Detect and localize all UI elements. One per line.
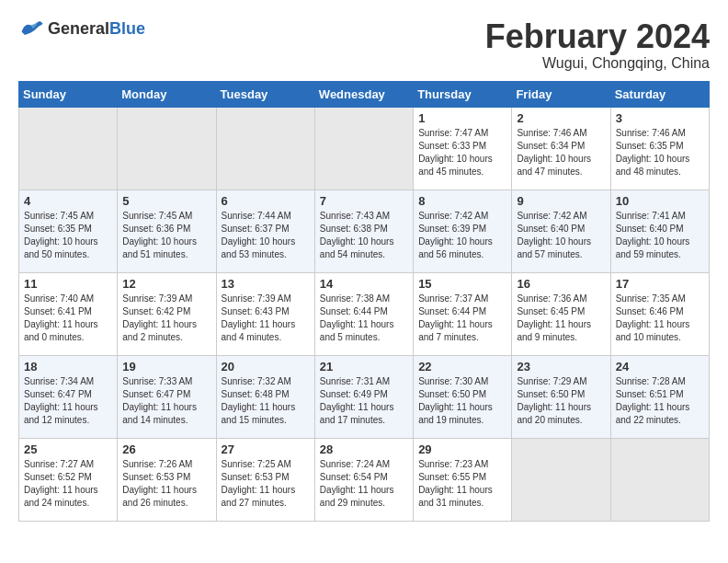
calendar-cell bbox=[216, 107, 314, 190]
calendar-cell bbox=[118, 107, 216, 190]
day-info: Sunrise: 7:37 AM Sunset: 6:44 PM Dayligh… bbox=[418, 293, 506, 344]
day-of-week-header: Friday bbox=[512, 81, 610, 107]
day-number: 1 bbox=[418, 111, 506, 125]
day-number: 12 bbox=[122, 277, 210, 291]
day-info: Sunrise: 7:46 AM Sunset: 6:35 PM Dayligh… bbox=[616, 127, 704, 178]
calendar-body: 1Sunrise: 7:47 AM Sunset: 6:33 PM Daylig… bbox=[19, 107, 710, 521]
logo-blue-text: Blue bbox=[109, 19, 145, 38]
calendar-week-row: 25Sunrise: 7:27 AM Sunset: 6:52 PM Dayli… bbox=[19, 438, 710, 521]
day-info: Sunrise: 7:28 AM Sunset: 6:51 PM Dayligh… bbox=[616, 375, 704, 427]
calendar-cell: 19Sunrise: 7:33 AM Sunset: 6:47 PM Dayli… bbox=[118, 355, 216, 438]
day-info: Sunrise: 7:24 AM Sunset: 6:54 PM Dayligh… bbox=[320, 458, 408, 510]
month-year-title: February 2024 bbox=[485, 18, 710, 55]
day-info: Sunrise: 7:44 AM Sunset: 6:37 PM Dayligh… bbox=[222, 210, 310, 261]
day-info: Sunrise: 7:32 AM Sunset: 6:48 PM Dayligh… bbox=[222, 375, 310, 427]
header-row: SundayMondayTuesdayWednesdayThursdayFrid… bbox=[19, 81, 710, 107]
day-number: 28 bbox=[320, 442, 408, 456]
day-number: 24 bbox=[616, 360, 704, 373]
day-number: 15 bbox=[418, 277, 506, 291]
calendar-cell: 15Sunrise: 7:37 AM Sunset: 6:44 PM Dayli… bbox=[414, 272, 512, 355]
calendar-cell bbox=[314, 107, 413, 190]
calendar-cell: 24Sunrise: 7:28 AM Sunset: 6:51 PM Dayli… bbox=[610, 355, 709, 438]
calendar-cell: 6Sunrise: 7:44 AM Sunset: 6:37 PM Daylig… bbox=[216, 190, 314, 272]
day-number: 5 bbox=[122, 194, 210, 208]
day-info: Sunrise: 7:46 AM Sunset: 6:34 PM Dayligh… bbox=[517, 127, 605, 178]
calendar-cell: 18Sunrise: 7:34 AM Sunset: 6:47 PM Dayli… bbox=[19, 355, 118, 438]
day-number: 14 bbox=[320, 277, 408, 291]
day-info: Sunrise: 7:40 AM Sunset: 6:41 PM Dayligh… bbox=[24, 293, 112, 344]
calendar-header: SundayMondayTuesdayWednesdayThursdayFrid… bbox=[19, 81, 710, 107]
day-of-week-header: Wednesday bbox=[314, 81, 413, 107]
calendar-cell: 20Sunrise: 7:32 AM Sunset: 6:48 PM Dayli… bbox=[216, 355, 314, 438]
day-number: 19 bbox=[122, 360, 210, 373]
day-info: Sunrise: 7:47 AM Sunset: 6:33 PM Dayligh… bbox=[418, 127, 506, 178]
day-info: Sunrise: 7:42 AM Sunset: 6:39 PM Dayligh… bbox=[418, 210, 506, 261]
calendar-cell: 10Sunrise: 7:41 AM Sunset: 6:40 PM Dayli… bbox=[610, 190, 709, 272]
day-number: 17 bbox=[616, 277, 704, 291]
day-info: Sunrise: 7:45 AM Sunset: 6:35 PM Dayligh… bbox=[24, 210, 112, 261]
day-number: 9 bbox=[517, 194, 605, 208]
calendar-cell: 8Sunrise: 7:42 AM Sunset: 6:39 PM Daylig… bbox=[414, 190, 512, 272]
day-number: 8 bbox=[418, 194, 506, 208]
day-info: Sunrise: 7:33 AM Sunset: 6:47 PM Dayligh… bbox=[122, 375, 210, 427]
calendar-cell: 22Sunrise: 7:30 AM Sunset: 6:50 PM Dayli… bbox=[414, 355, 512, 438]
calendar-cell: 7Sunrise: 7:43 AM Sunset: 6:38 PM Daylig… bbox=[314, 190, 413, 272]
day-number: 25 bbox=[24, 442, 112, 456]
day-info: Sunrise: 7:25 AM Sunset: 6:53 PM Dayligh… bbox=[222, 458, 310, 510]
day-number: 2 bbox=[517, 111, 605, 125]
day-info: Sunrise: 7:26 AM Sunset: 6:53 PM Dayligh… bbox=[122, 458, 210, 510]
calendar-cell: 21Sunrise: 7:31 AM Sunset: 6:49 PM Dayli… bbox=[314, 355, 413, 438]
day-number: 23 bbox=[517, 360, 605, 373]
day-info: Sunrise: 7:43 AM Sunset: 6:38 PM Dayligh… bbox=[320, 210, 408, 261]
calendar-week-row: 11Sunrise: 7:40 AM Sunset: 6:41 PM Dayli… bbox=[19, 272, 710, 355]
day-number: 27 bbox=[222, 442, 310, 456]
calendar-cell: 1Sunrise: 7:47 AM Sunset: 6:33 PM Daylig… bbox=[414, 107, 512, 190]
title-area: February 2024 Wugui, Chongqing, China bbox=[485, 18, 710, 72]
day-number: 18 bbox=[24, 360, 112, 373]
logo: GeneralBlue bbox=[18, 18, 145, 39]
day-info: Sunrise: 7:31 AM Sunset: 6:49 PM Dayligh… bbox=[320, 375, 408, 427]
day-number: 10 bbox=[616, 194, 704, 208]
calendar-table: SundayMondayTuesdayWednesdayThursdayFrid… bbox=[18, 81, 710, 522]
calendar-cell: 5Sunrise: 7:45 AM Sunset: 6:36 PM Daylig… bbox=[118, 190, 216, 272]
calendar-cell bbox=[512, 438, 610, 521]
day-info: Sunrise: 7:30 AM Sunset: 6:50 PM Dayligh… bbox=[418, 375, 506, 427]
day-info: Sunrise: 7:38 AM Sunset: 6:44 PM Dayligh… bbox=[320, 293, 408, 344]
day-info: Sunrise: 7:41 AM Sunset: 6:40 PM Dayligh… bbox=[616, 210, 704, 261]
page-header: GeneralBlue February 2024 Wugui, Chongqi… bbox=[18, 18, 710, 72]
day-number: 21 bbox=[320, 360, 408, 373]
calendar-cell: 29Sunrise: 7:23 AM Sunset: 6:55 PM Dayli… bbox=[414, 438, 512, 521]
day-number: 13 bbox=[222, 277, 310, 291]
calendar-week-row: 4Sunrise: 7:45 AM Sunset: 6:35 PM Daylig… bbox=[19, 190, 710, 272]
calendar-cell: 23Sunrise: 7:29 AM Sunset: 6:50 PM Dayli… bbox=[512, 355, 610, 438]
calendar-cell: 2Sunrise: 7:46 AM Sunset: 6:34 PM Daylig… bbox=[512, 107, 610, 190]
logo-bird-icon bbox=[18, 18, 44, 39]
day-number: 7 bbox=[320, 194, 408, 208]
day-info: Sunrise: 7:45 AM Sunset: 6:36 PM Dayligh… bbox=[122, 210, 210, 261]
calendar-cell: 26Sunrise: 7:26 AM Sunset: 6:53 PM Dayli… bbox=[118, 438, 216, 521]
day-number: 22 bbox=[418, 360, 506, 373]
day-number: 4 bbox=[24, 194, 112, 208]
calendar-cell: 11Sunrise: 7:40 AM Sunset: 6:41 PM Dayli… bbox=[19, 272, 118, 355]
day-number: 6 bbox=[222, 194, 310, 208]
day-info: Sunrise: 7:35 AM Sunset: 6:46 PM Dayligh… bbox=[616, 293, 704, 344]
day-of-week-header: Monday bbox=[118, 81, 216, 107]
calendar-cell: 13Sunrise: 7:39 AM Sunset: 6:43 PM Dayli… bbox=[216, 272, 314, 355]
calendar-cell: 28Sunrise: 7:24 AM Sunset: 6:54 PM Dayli… bbox=[314, 438, 413, 521]
calendar-cell: 9Sunrise: 7:42 AM Sunset: 6:40 PM Daylig… bbox=[512, 190, 610, 272]
day-number: 16 bbox=[517, 277, 605, 291]
day-number: 20 bbox=[222, 360, 310, 373]
day-info: Sunrise: 7:34 AM Sunset: 6:47 PM Dayligh… bbox=[24, 375, 112, 427]
day-info: Sunrise: 7:39 AM Sunset: 6:43 PM Dayligh… bbox=[222, 293, 310, 344]
day-of-week-header: Thursday bbox=[414, 81, 512, 107]
location-subtitle: Wugui, Chongqing, China bbox=[485, 55, 710, 72]
calendar-cell: 16Sunrise: 7:36 AM Sunset: 6:45 PM Dayli… bbox=[512, 272, 610, 355]
calendar-cell: 14Sunrise: 7:38 AM Sunset: 6:44 PM Dayli… bbox=[314, 272, 413, 355]
day-number: 11 bbox=[24, 277, 112, 291]
calendar-cell: 27Sunrise: 7:25 AM Sunset: 6:53 PM Dayli… bbox=[216, 438, 314, 521]
day-of-week-header: Saturday bbox=[610, 81, 709, 107]
calendar-cell: 25Sunrise: 7:27 AM Sunset: 6:52 PM Dayli… bbox=[19, 438, 118, 521]
day-info: Sunrise: 7:23 AM Sunset: 6:55 PM Dayligh… bbox=[418, 458, 506, 510]
calendar-week-row: 1Sunrise: 7:47 AM Sunset: 6:33 PM Daylig… bbox=[19, 107, 710, 190]
day-of-week-header: Tuesday bbox=[216, 81, 314, 107]
